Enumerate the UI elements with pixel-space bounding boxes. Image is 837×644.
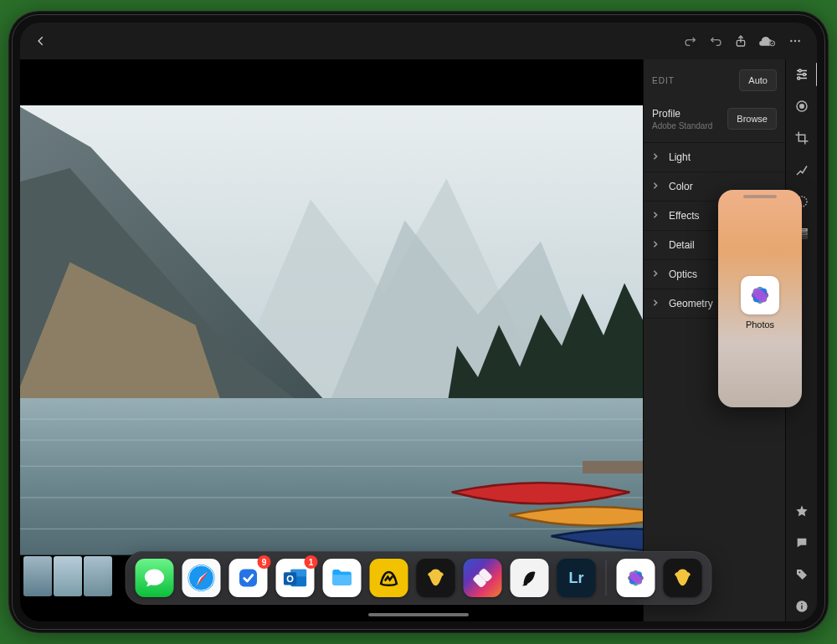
- back-button[interactable]: [28, 28, 54, 54]
- panel-label: Optics: [669, 268, 697, 280]
- svg-point-18: [803, 74, 805, 76]
- chevron-right-icon: [652, 239, 659, 251]
- chevron-right-icon: [652, 151, 659, 163]
- filmstrip-thumbnails[interactable]: [23, 556, 112, 596]
- dock-app-lightroom[interactable]: Lr: [557, 559, 596, 597]
- ipad-device-frame: EDIT Auto Profile Adobe Standard Browse …: [8, 11, 829, 633]
- panel-label: Color: [669, 181, 693, 192]
- dock-app-shortcuts[interactable]: [464, 559, 502, 597]
- dock-app-files[interactable]: [323, 559, 362, 597]
- comments-icon[interactable]: [793, 534, 810, 551]
- chevron-right-icon: [652, 298, 659, 309]
- dock-app-outlook[interactable]: O1: [276, 559, 315, 597]
- dock-separator: [606, 560, 607, 595]
- profile-row: Profile Adobe Standard Browse: [644, 101, 785, 143]
- panel-label: Detail: [669, 239, 695, 251]
- rating-star-icon[interactable]: [793, 503, 810, 519]
- svg-rect-29: [801, 603, 802, 604]
- svg-point-17: [798, 69, 801, 72]
- dock-app-things[interactable]: 9: [229, 559, 268, 597]
- thumbnail[interactable]: [23, 556, 52, 596]
- svg-point-19: [797, 77, 799, 79]
- thumbnail[interactable]: [84, 556, 112, 596]
- image-canvas[interactable]: [20, 59, 643, 621]
- slide-over-app-label: Photos: [746, 319, 774, 330]
- share-icon[interactable]: [728, 29, 753, 53]
- svg-point-26: [798, 571, 800, 573]
- thumbnail[interactable]: [54, 556, 82, 596]
- browse-button[interactable]: Browse: [727, 108, 777, 130]
- chevron-right-icon: [652, 181, 659, 192]
- svg-point-3: [790, 40, 792, 42]
- chevron-right-icon: [652, 210, 659, 222]
- auto-button[interactable]: Auto: [739, 69, 777, 91]
- profile-value: Adobe Standard: [652, 121, 712, 130]
- svg-point-4: [794, 40, 796, 42]
- svg-point-21: [799, 105, 804, 109]
- screen: EDIT Auto Profile Adobe Standard Browse …: [20, 23, 817, 621]
- edited-photo: [20, 105, 643, 555]
- panel-label: Effects: [669, 210, 699, 222]
- photos-app-icon[interactable]: [741, 276, 779, 314]
- main-row: EDIT Auto Profile Adobe Standard Browse …: [20, 59, 817, 621]
- chevron-right-icon: [652, 268, 659, 280]
- redo-icon[interactable]: [678, 29, 703, 53]
- svg-rect-40: [239, 570, 257, 587]
- dock-app-drafts[interactable]: [511, 559, 549, 597]
- dock-container: 9 O1 Lr: [126, 551, 712, 605]
- home-indicator[interactable]: [368, 613, 469, 616]
- svg-rect-28: [801, 606, 802, 610]
- healing-brush-icon[interactable]: [793, 161, 810, 178]
- sliders-tool-icon[interactable]: [793, 66, 810, 83]
- more-icon[interactable]: [782, 29, 809, 53]
- presets-tool-icon[interactable]: [793, 98, 810, 115]
- undo-icon[interactable]: [703, 29, 728, 53]
- dock-app-messages[interactable]: [136, 559, 174, 597]
- dock: 9 O1 Lr: [126, 551, 712, 605]
- svg-rect-7: [20, 398, 643, 555]
- badge: 9: [258, 555, 271, 569]
- info-icon[interactable]: [793, 598, 810, 615]
- badge: 1: [305, 555, 318, 569]
- profile-label: Profile: [652, 108, 712, 120]
- panel-light[interactable]: Light: [644, 143, 785, 172]
- dock-app-bear[interactable]: [417, 559, 455, 597]
- app-topbar: [20, 23, 817, 59]
- svg-rect-13: [583, 461, 643, 473]
- lightroom-glyph: Lr: [569, 570, 584, 587]
- dock-recent-bear[interactable]: [664, 559, 702, 597]
- keywords-tag-icon[interactable]: [793, 566, 810, 583]
- slide-over-panel[interactable]: Photos: [718, 190, 802, 407]
- panel-label: Light: [669, 151, 691, 163]
- dock-app-safari[interactable]: [182, 559, 221, 597]
- dock-recent-photos[interactable]: [617, 559, 655, 597]
- panel-label: Geometry: [669, 298, 713, 309]
- edit-header-label: EDIT: [652, 76, 675, 85]
- dock-app-basecamp[interactable]: [370, 559, 408, 597]
- svg-point-5: [798, 40, 799, 42]
- crop-tool-icon[interactable]: [793, 130, 810, 146]
- cloud-sync-icon[interactable]: [753, 29, 782, 53]
- svg-text:O: O: [286, 574, 294, 584]
